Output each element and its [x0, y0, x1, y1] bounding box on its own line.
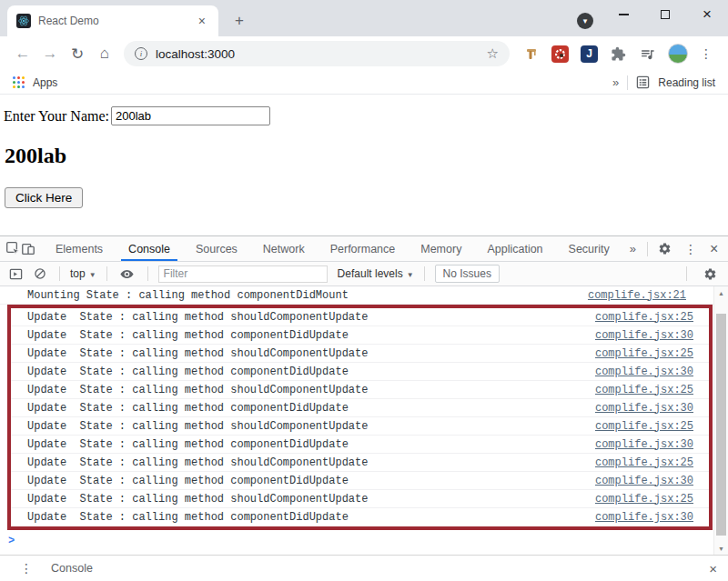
devtools-tab-network[interactable]: Network: [256, 236, 312, 261]
extensions-row: J ⋮: [522, 44, 713, 64]
console-message-row: Update State : calling method componentD…: [11, 508, 709, 526]
extensions-puzzle-icon[interactable]: [610, 45, 627, 63]
devtools-tab-console[interactable]: Console: [121, 236, 177, 261]
tab-title: React Demo: [38, 15, 195, 27]
name-input[interactable]: [111, 106, 270, 125]
console-message-text: Update State : calling method componentD…: [27, 438, 349, 451]
console-source-link[interactable]: complife.jsx:25: [595, 420, 693, 433]
log-levels-selector[interactable]: Default levels▼: [338, 267, 414, 280]
scrollbar-down-icon[interactable]: ▼: [714, 542, 728, 555]
console-source-link[interactable]: complife.jsx:30: [595, 475, 693, 487]
console-source-link[interactable]: complife.jsx:25: [595, 384, 693, 396]
home-icon[interactable]: ⌂: [91, 45, 118, 63]
console-source-link[interactable]: complife.jsx:25: [595, 311, 693, 324]
click-here-button[interactable]: Click Here: [5, 187, 83, 208]
forward-icon[interactable]: →: [36, 45, 64, 63]
tab-close-icon[interactable]: ×: [195, 13, 209, 29]
console-scrollbar[interactable]: ▲ ▼: [713, 286, 728, 555]
red-extension-icon[interactable]: [551, 45, 569, 63]
site-info-icon[interactable]: i: [135, 47, 147, 60]
console-source-link[interactable]: complife.jsx:25: [595, 456, 693, 469]
window-close-button[interactable]: ×: [686, 0, 728, 29]
url-text: localhost:3000: [156, 47, 487, 61]
no-issues-button[interactable]: No Issues: [435, 265, 500, 283]
construction-extension-icon[interactable]: [522, 45, 540, 63]
maximize-icon: [661, 10, 670, 19]
devtools-menu-kebab-icon[interactable]: ⋮: [679, 242, 703, 256]
console-message-row: Update State : calling method shouldComp…: [11, 381, 709, 399]
tab-strip: React Demo × + ▾ ×: [0, 0, 728, 36]
console-settings-gear-icon[interactable]: [698, 267, 722, 281]
scrollbar-up-icon[interactable]: ▲: [714, 286, 728, 299]
j-extension-icon[interactable]: J: [581, 45, 598, 63]
apps-shortcut[interactable]: Apps: [33, 76, 57, 89]
devtools-tab-performance[interactable]: Performance: [323, 236, 403, 261]
drawer-close-icon[interactable]: ×: [709, 561, 717, 576]
console-messages-area: Mounting State : calling method componen…: [0, 286, 728, 555]
window-controls: ×: [602, 0, 728, 29]
more-tabs-icon[interactable]: »: [622, 236, 643, 261]
console-message-row: Update State : calling method shouldComp…: [11, 308, 709, 326]
reading-list-icon: [636, 75, 650, 89]
devtools-tab-memory[interactable]: Memory: [413, 236, 469, 261]
browser-update-icon[interactable]: ▾: [577, 13, 593, 29]
context-selector[interactable]: top▼: [70, 267, 96, 280]
window-close-icon: ×: [703, 5, 712, 24]
devtools-close-icon[interactable]: ×: [704, 241, 723, 257]
url-input[interactable]: i localhost:3000 ☆: [124, 41, 510, 66]
toolbar-divider: [424, 266, 425, 281]
maximize-button[interactable]: [644, 0, 686, 29]
reading-list-button[interactable]: Reading list: [658, 76, 715, 89]
device-toolbar-icon[interactable]: [21, 236, 35, 261]
console-source-link[interactable]: complife.jsx:25: [595, 493, 693, 506]
console-message-text: Update State : calling method componentD…: [27, 329, 349, 342]
console-message-row: Update State : calling method componentD…: [11, 436, 709, 454]
console-source-link[interactable]: complife.jsx:21: [588, 289, 686, 302]
clear-console-icon[interactable]: [31, 267, 49, 280]
devtools-tab-application[interactable]: Application: [480, 236, 550, 261]
devtools-tab-sources[interactable]: Sources: [188, 236, 245, 261]
apps-grid-icon[interactable]: [13, 76, 25, 88]
console-source-link[interactable]: complife.jsx:30: [595, 402, 693, 415]
minimize-button[interactable]: [602, 0, 644, 29]
bookmark-star-icon[interactable]: ☆: [487, 45, 499, 62]
bookmarks-divider: [627, 75, 628, 90]
console-message-row: Update State : calling method shouldComp…: [11, 417, 709, 436]
bookmarks-bar: Apps » Reading list: [0, 71, 728, 95]
console-source-link[interactable]: complife.jsx:25: [595, 347, 693, 360]
toolbar-divider: [147, 266, 148, 281]
console-source-link[interactable]: complife.jsx:30: [595, 511, 693, 524]
devtools-tab-elements[interactable]: Elements: [48, 236, 110, 261]
browser-tab[interactable]: React Demo ×: [7, 5, 218, 36]
back-icon[interactable]: ←: [9, 45, 36, 63]
inspect-element-icon[interactable]: [5, 236, 21, 261]
console-source-link[interactable]: complife.jsx:30: [595, 438, 693, 451]
console-sidebar-toggle-icon[interactable]: [6, 267, 25, 281]
live-expression-eye-icon[interactable]: [117, 266, 137, 282]
console-message-text: Update State : calling method componentD…: [27, 511, 349, 524]
devtools-tab-security[interactable]: Security: [561, 236, 617, 261]
name-label: Enter Your Name:: [4, 108, 109, 125]
toolbar-divider: [106, 266, 107, 281]
profile-avatar[interactable]: [668, 44, 688, 64]
bookmarks-overflow-icon[interactable]: »: [612, 75, 619, 89]
scrollbar-thumb[interactable]: [716, 314, 726, 536]
console-message-row: Update State : calling method shouldComp…: [11, 490, 709, 508]
devtools-tab-bar: ElementsConsoleSourcesNetworkPerformance…: [0, 236, 728, 262]
chevron-down-icon: ▼: [407, 271, 414, 279]
console-source-link[interactable]: complife.jsx:30: [595, 329, 693, 342]
console-prompt[interactable]: >: [0, 530, 713, 547]
new-tab-button[interactable]: +: [228, 9, 251, 33]
console-message-row: Update State : calling method componentD…: [11, 326, 709, 345]
address-bar: ← → ↻ ⌂ i localhost:3000 ☆ J ⋮: [0, 36, 728, 71]
media-queue-icon[interactable]: [639, 45, 656, 63]
browser-menu-icon[interactable]: ⋮: [700, 46, 713, 61]
console-source-link[interactable]: complife.jsx:30: [595, 366, 693, 378]
drawer-menu-kebab-icon[interactable]: ⋮: [20, 561, 33, 576]
drawer-console-label: Console: [51, 562, 93, 575]
devtools-settings-gear-icon[interactable]: [653, 242, 677, 255]
reload-icon[interactable]: ↻: [64, 45, 91, 64]
devtools-tabs: ElementsConsoleSourcesNetworkPerformance…: [43, 236, 622, 261]
console-filter-input[interactable]: [158, 265, 328, 283]
console-message-row: Mounting State : calling method componen…: [0, 286, 713, 305]
